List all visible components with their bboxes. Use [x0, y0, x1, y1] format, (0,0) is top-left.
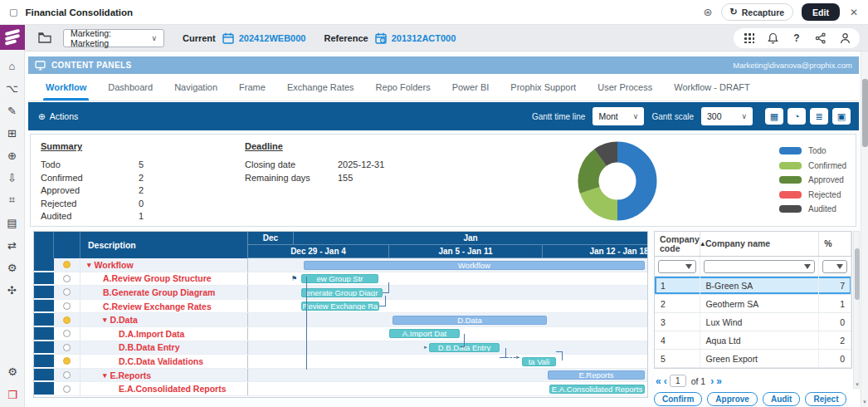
gantt-task-description[interactable]: C.Review Exchange Rates [80, 300, 248, 313]
journal-icon[interactable]: ✎ [2, 100, 22, 121]
folder-icon[interactable] [38, 32, 51, 43]
gantt-task-description[interactable]: ▾D.Data [80, 313, 248, 326]
company-row[interactable]: 1B-Green SA7 [655, 277, 851, 295]
gantt-task-description[interactable]: D.A.Import Data [80, 327, 248, 341]
automation-icon[interactable]: ⚙ [2, 257, 22, 278]
list-view-icon[interactable]: ≣ [810, 108, 828, 125]
chart-view-icon[interactable]: ◔ [788, 108, 806, 125]
web-services-icon[interactable]: ⊕ [2, 145, 22, 166]
globe-settings-icon[interactable]: ⊛ [704, 6, 713, 18]
current-calendar-icon[interactable] [222, 32, 234, 44]
gantt-timeline-select[interactable]: Mont ∨ [592, 107, 644, 125]
binder-icon[interactable]: ▤ [2, 212, 22, 233]
gantt-task-description[interactable]: D.B.Data Entry [80, 341, 248, 355]
recapture-button[interactable]: ↻ Recapture [721, 3, 794, 21]
user-icon[interactable] [838, 32, 851, 45]
connect-icon[interactable]: ✣ [2, 279, 22, 301]
filter-input[interactable] [658, 260, 696, 273]
company-row[interactable]: 2Geotherm SA1 [655, 295, 851, 313]
gantt-task-description[interactable]: D.C.Data Validations [80, 355, 248, 368]
status-circle-todo[interactable] [63, 302, 71, 310]
tab-workflow-draft[interactable]: Workflow - DRAFT [663, 74, 760, 101]
reference-document-link[interactable]: 201312ACT000 [392, 33, 456, 43]
collapse-triangle-icon[interactable]: ▾ [87, 261, 91, 269]
status-circle-active[interactable] [63, 316, 71, 324]
prophix-logo[interactable] [0, 25, 25, 50]
gantt-task-description[interactable]: E.A.Consolidated Reports [80, 382, 248, 395]
gantt-task-description[interactable]: A.Review Group Structure [80, 272, 248, 286]
first-page-button[interactable]: « [656, 375, 661, 387]
gantt-task-description[interactable]: ▾E.Reports [80, 369, 248, 382]
gantt-task-description[interactable]: ▾Workflow [80, 258, 248, 272]
prev-page-button[interactable]: ‹ [664, 375, 666, 387]
gantt-bar-task[interactable]: A.Import Dat [389, 329, 460, 338]
approve-button[interactable]: Approve [707, 392, 758, 406]
status-circle-todo[interactable] [63, 385, 71, 393]
gantt-task-description[interactable]: B.Generate Group Diagram [80, 286, 248, 299]
tab-workflow[interactable]: Workflow [35, 74, 97, 101]
tab-exchange-rates[interactable]: Exchange Rates [276, 74, 365, 101]
filter-funnel-icon[interactable] [685, 264, 692, 269]
workspace-select[interactable]: Marketing: Marketing ∨ [63, 29, 164, 47]
process-icon[interactable]: ⇄ [2, 234, 22, 256]
tab-prophix-support[interactable]: Prophix Support [500, 74, 587, 101]
status-circle-todo[interactable] [63, 371, 71, 379]
export-view-icon[interactable]: ▣ [832, 108, 851, 125]
confirm-button[interactable]: Confirm [654, 392, 702, 406]
filter-input[interactable] [822, 260, 847, 273]
status-circle-todo[interactable] [63, 275, 71, 282]
notifications-icon[interactable] [766, 32, 779, 45]
gantt-bar-summary[interactable]: E.Reports [548, 370, 645, 380]
actions-menu[interactable]: ⊕ Actions [38, 111, 78, 121]
gantt-bar-summary[interactable]: Workflow [304, 261, 645, 270]
close-icon[interactable]: ✕ [850, 7, 858, 18]
filter-input[interactable] [704, 260, 816, 273]
company-scrollbar-thumb[interactable] [855, 248, 860, 300]
tab-frame[interactable]: Frame [228, 74, 276, 101]
gantt-bar-task[interactable]: E.A.Consolidated Reports [549, 385, 645, 394]
tab-navigation[interactable]: Navigation [163, 74, 228, 101]
company-scrollbar[interactable]: ▼ [853, 231, 860, 389]
company-row[interactable]: 3Lux Wind0 [655, 313, 851, 331]
tab-repo-folders[interactable]: Repo Folders [365, 74, 441, 101]
page-scrollbar-thumb[interactable] [862, 79, 868, 147]
reject-button[interactable]: Reject [805, 392, 846, 406]
collapse-triangle-icon[interactable]: ▾ [103, 371, 107, 380]
gantt-bar-task[interactable]: ta Vali [522, 357, 556, 366]
status-circle-active[interactable] [63, 357, 71, 365]
apps-grid-icon[interactable] [742, 32, 755, 45]
last-page-button[interactable]: » [716, 375, 721, 387]
save-view-icon[interactable]: ▦ [765, 108, 783, 125]
gantt-bar-task[interactable]: enerate Group Diagr [301, 288, 383, 297]
gantt-bar-task[interactable]: Review Exchange Ra [301, 302, 379, 311]
column-header-company-code[interactable]: Company code▲ [655, 232, 700, 256]
company-row[interactable]: 4Aqua Ltd2 [655, 331, 851, 350]
help-icon[interactable]: ? [790, 32, 803, 45]
settings-icon[interactable]: ⚙ [2, 360, 22, 382]
workflow-icon[interactable]: ⌥ [2, 77, 22, 99]
collapse-triangle-icon[interactable]: ▾ [103, 316, 107, 324]
tab-user-process[interactable]: User Process [587, 74, 663, 101]
current-document-link[interactable]: 202412WEB000 [239, 33, 306, 43]
infocube-icon[interactable]: ❒ [2, 384, 22, 405]
audit-button[interactable]: Audit [763, 392, 801, 406]
page-scrollbar[interactable]: ▼ [861, 51, 868, 407]
column-header-company-name[interactable]: Company name [700, 232, 819, 256]
gantt-scale-select[interactable]: 300 ∨ [701, 107, 753, 125]
scroll-down-arrow-icon[interactable]: ▼ [855, 382, 860, 387]
column-header--[interactable]: % [819, 232, 851, 256]
company-row[interactable]: 5Green Export0 [655, 350, 851, 368]
status-circle-todo[interactable] [63, 288, 71, 296]
scroll-down-arrow-icon[interactable]: ▼ [862, 400, 867, 405]
filter-funnel-icon[interactable] [836, 264, 843, 269]
page-number-input[interactable]: 1 [670, 375, 686, 387]
gantt-bar-task[interactable]: ew Group Str [301, 274, 378, 283]
status-circle-todo[interactable] [63, 344, 71, 351]
description-column-header[interactable]: Description [80, 232, 247, 258]
status-circle-active[interactable] [63, 261, 71, 268]
import-data-icon[interactable]: ⇩ [2, 167, 22, 189]
tab-power-bi[interactable]: Power BI [441, 74, 500, 101]
home-icon[interactable]: ⌂ [2, 55, 22, 76]
share-icon[interactable] [814, 32, 827, 45]
gantt-bar-summary[interactable]: D.Data [393, 316, 547, 325]
